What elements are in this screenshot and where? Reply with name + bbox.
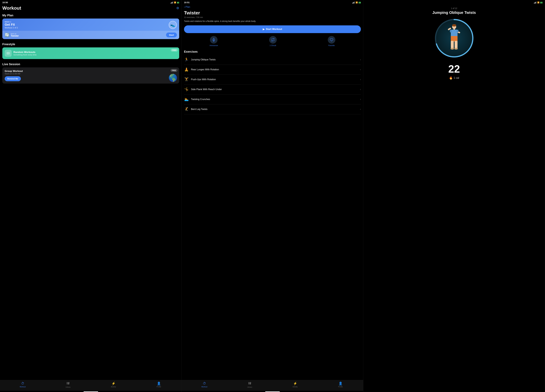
favorite-button[interactable]: Favorite xyxy=(328,36,335,47)
next-up-info: Next up Twister xyxy=(11,33,19,37)
live-session-label: Live Session xyxy=(2,62,179,66)
live-session-card[interactable]: Group Workout Starts at 11:00 AM Remind … xyxy=(2,67,179,84)
svg-point-38 xyxy=(454,48,458,50)
exercise-figure-5: 🤾 xyxy=(184,106,189,112)
svg-text:🧘: 🧘 xyxy=(184,67,189,71)
exercise-name-0: Jumping Oblique Twists xyxy=(191,58,358,61)
nav-activity[interactable]: ⚡ Activity xyxy=(91,382,136,388)
exercise-figure-4: 🏊 xyxy=(184,97,189,102)
back-to-plan-button[interactable]: ‹ Plan xyxy=(184,4,361,10)
home-indicator-2 xyxy=(265,392,280,392)
settings-icon[interactable]: ⚙ xyxy=(176,6,179,10)
svg-text:🤾: 🤾 xyxy=(184,107,189,111)
plan-info: WEEK 1 Get Fit Workout 2 of 2 xyxy=(5,21,18,29)
announcer-label: Announcer xyxy=(210,44,218,47)
nav-library-2[interactable]: Library xyxy=(227,382,272,388)
status-time-1: 10:50 xyxy=(2,1,8,4)
random-workouts-subtitle: Something fresh every time xyxy=(13,54,37,56)
exercise-item-3[interactable]: 🤸 Side Plank With Reach Under › xyxy=(184,85,361,94)
exercise-person-figure xyxy=(445,24,464,53)
exercise-item-0[interactable]: 🏃 Jumping Oblique Twists › xyxy=(184,55,361,65)
nav-library[interactable]: Library xyxy=(45,382,91,388)
circuit-button[interactable]: 1 Circuit xyxy=(269,36,277,47)
exercise-active-title: Jumping Oblique Twists xyxy=(432,10,476,15)
activity-nav-icon-2: ⚡ xyxy=(293,382,297,386)
announcer-icon-circle xyxy=(210,36,217,44)
battery-icon-2: ▮▮ xyxy=(359,1,361,4)
remind-me-button[interactable]: Remind Me xyxy=(5,76,21,81)
exercise-item-2[interactable]: 🏋 Push-Ups With Rotation › xyxy=(184,75,361,85)
svg-rect-24 xyxy=(250,382,251,384)
flame-icon: 🔥 xyxy=(449,76,453,80)
next-up-start-button[interactable]: Start xyxy=(166,32,177,37)
svg-text:🏊: 🏊 xyxy=(184,97,189,101)
svg-rect-30 xyxy=(453,28,455,30)
circuit-label: 1 Circuit xyxy=(270,44,276,47)
circuit-icon-circle xyxy=(269,36,277,44)
svg-point-10 xyxy=(9,54,10,54)
favorite-label: Favorite xyxy=(328,44,334,47)
svg-point-29 xyxy=(452,24,456,26)
exercise-item-4[interactable]: 🏊 Twisting Crunches › xyxy=(184,94,361,104)
plan-card-bottom: 🔄 Next up Twister Start xyxy=(2,31,179,39)
svg-point-9 xyxy=(6,54,7,54)
plan-card[interactable]: WEEK 1 Get Fit Workout 2 of 2 👟 🔄 Next u… xyxy=(2,19,179,39)
cal-info: 🔥 1 cal xyxy=(449,76,459,80)
rep-count: 22 xyxy=(448,63,460,75)
exercise-figure-2: 🏋 xyxy=(184,77,189,82)
nav-activity-2[interactable]: ⚡ Activity xyxy=(272,382,318,388)
nav-profile-2[interactable]: 👤 Profile xyxy=(318,382,363,388)
live-free-badge: FREE xyxy=(171,69,177,72)
live-card-title: Group Workout xyxy=(5,70,177,73)
status-bar-1: 10:50 📶 ▮▮ xyxy=(0,0,181,4)
workout-nav-label-2: Workout xyxy=(201,386,207,388)
svg-rect-40 xyxy=(457,30,458,32)
workout-nav-icon-2: ⏱ xyxy=(203,382,206,386)
profile-nav-label-2: Profile xyxy=(338,386,343,388)
action-buttons: Announcer 1 Circuit xyxy=(184,36,361,47)
exercise-active-panel: 1 of 12 Jumping Oblique Twists xyxy=(363,4,545,392)
next-up-label: Next up xyxy=(11,33,19,35)
freestyle-card[interactable]: Random Workouts Something fresh every ti… xyxy=(2,47,179,59)
svg-point-7 xyxy=(6,52,7,53)
announcer-button[interactable]: Announcer xyxy=(210,36,218,47)
freestyle-label: Freestyle xyxy=(2,43,179,46)
bottom-nav-1: ⏱ Workout Library ⚡ Activity 👤 Profile xyxy=(0,380,181,391)
battery-icon: ▮▮ xyxy=(177,1,179,4)
play-icon: ▶ xyxy=(263,28,265,31)
status-icons-1: 📶 ▮▮ xyxy=(171,1,179,4)
random-workouts-title: Random Workouts xyxy=(13,51,37,54)
exercise-figure-3: 🤸 xyxy=(184,87,189,92)
svg-text:🏃: 🏃 xyxy=(184,57,189,62)
activity-nav-label-2: Activity xyxy=(293,386,298,388)
exercise-progress: 1 of 12 xyxy=(451,7,457,9)
nav-workout-2[interactable]: ⏱ Workout xyxy=(182,382,227,388)
svg-rect-39 xyxy=(450,30,452,32)
wifi-icon-3: 📶 xyxy=(537,1,539,4)
exercise-figure-1: 🧘 xyxy=(184,67,189,73)
svg-rect-13 xyxy=(68,382,69,384)
twister-title: Twister xyxy=(184,10,361,16)
svg-point-3 xyxy=(7,52,8,53)
exercise-name-5: Bent Leg Twists xyxy=(191,108,358,111)
panel-twister: 10:51 📶 ▮▮ ‹ Plan Twister 12 exercises, … xyxy=(182,0,363,392)
wifi-icon: 📶 xyxy=(174,1,176,4)
shoe-icon: 👟 xyxy=(169,21,177,29)
signal-icon-3 xyxy=(534,1,537,4)
svg-point-4 xyxy=(8,52,9,53)
signal-icon xyxy=(171,1,173,4)
globe-icon: 🌎 xyxy=(168,74,177,82)
back-chevron-icon: ‹ xyxy=(184,5,185,8)
nav-profile[interactable]: 👤 Profile xyxy=(136,382,181,388)
nav-workout[interactable]: ⏱ Workout xyxy=(0,382,45,388)
plan-title: Get Fit xyxy=(5,23,18,26)
svg-text:🤸: 🤸 xyxy=(184,87,189,91)
exercise-item-1[interactable]: 🧘 Rear Lunges With Rotation › xyxy=(184,65,361,75)
exercise-item-5[interactable]: 🤾 Bent Leg Twists › xyxy=(184,104,361,114)
next-up-name: Twister xyxy=(11,35,19,37)
library-nav-label: Library xyxy=(66,386,71,388)
status-bar-2: 10:51 📶 ▮▮ xyxy=(182,0,363,4)
panel2-scroll: ‹ Plan Twister 12 exercises, 7:50 min Tw… xyxy=(182,4,363,380)
start-workout-button[interactable]: ▶ Start Workout xyxy=(184,25,361,33)
plan-week-label: WEEK 1 xyxy=(5,21,18,23)
